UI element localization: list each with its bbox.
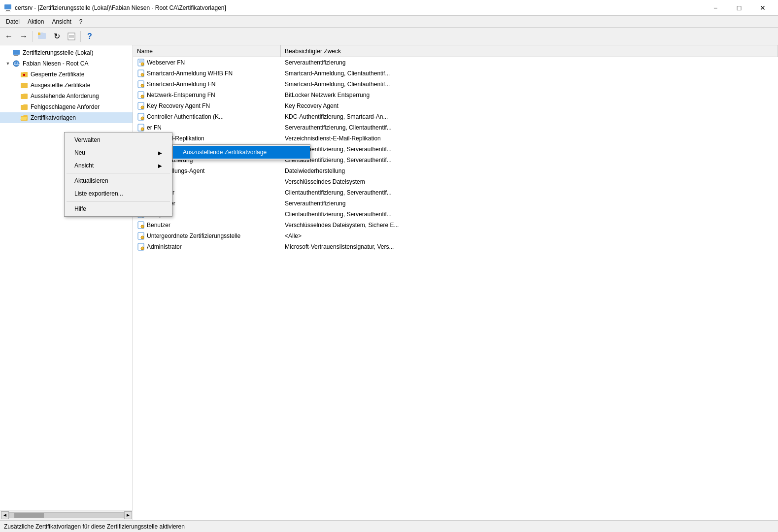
cell-name-16: Benutzer	[133, 220, 281, 231]
toolbar: ← → ↻ ?	[0, 28, 778, 45]
cell-purpose-13: Clientauthentifizierung, Serverauthentif…	[281, 187, 778, 198]
list-item[interactable]: Computer Clientauthentifizierung, Server…	[133, 209, 778, 220]
computer-icon	[12, 48, 21, 57]
tree-item-gesperrt[interactable]: Gesperrte Zertifikate	[0, 69, 133, 80]
close-button[interactable]: ✕	[751, 0, 774, 16]
list-item[interactable]: Controller Authentication (K... KDC-Auth…	[133, 111, 778, 122]
menu-bar: Datei Aktion Ansicht ?	[0, 16, 778, 28]
list-item[interactable]: Webserver FN Serverauthentifizierung	[133, 57, 778, 68]
scroll-track[interactable]	[9, 512, 124, 518]
tree-scroll-area: ◄ ►	[0, 510, 133, 520]
up-button[interactable]	[35, 30, 49, 43]
cell-name-5: Key Recovery Agent FN	[133, 100, 281, 111]
scroll-right-arrow[interactable]: ►	[124, 511, 132, 519]
ctx-aktualisieren-label: Aktualisieren	[74, 177, 108, 184]
status-bar: Zusätzliche Zertifikatvorlagen für diese…	[0, 520, 778, 532]
help-button[interactable]: ?	[83, 30, 97, 43]
svg-text:CA: CA	[14, 62, 19, 66]
cell-name-4: Netzwerk-Entsperrung FN	[133, 90, 281, 100]
svg-point-24	[141, 84, 144, 87]
list-item[interactable]: Smartcard-Anmeldung FN Smartcard-Anmeldu…	[133, 79, 778, 90]
submenu-item-auszustellende[interactable]: Auszustellende Zertifikatvorlage	[173, 146, 310, 159]
tree-panel: Zertifizierungsstelle (Lokal) ▼ CA Fabia…	[0, 45, 133, 520]
cell-purpose-7: Serverauthentifizierung, Clientauthentif…	[281, 122, 778, 133]
list-item[interactable]: Administrator Microsoft-Vertrauenslisten…	[133, 241, 778, 252]
cell-purpose-11: Dateiwiederherstellung	[281, 166, 778, 176]
svg-point-28	[141, 106, 144, 109]
toolbar-separator-2	[80, 31, 81, 42]
cert-icon-17	[137, 232, 145, 240]
cert-icon-7	[137, 124, 145, 132]
window-controls: − □ ✕	[704, 0, 774, 16]
scroll-left-arrow[interactable]: ◄	[1, 511, 9, 519]
ctx-verwalten[interactable]: Verwalten	[65, 133, 172, 146]
ctx-ansicht-arrow: ▶	[158, 163, 162, 168]
cell-name-2: Smartcard-Anmeldung WHfB FN	[133, 68, 281, 79]
tree-item-ausgestellt[interactable]: Ausgestellte Zertifikate	[0, 80, 133, 91]
maximize-button[interactable]: □	[728, 0, 750, 16]
app-icon	[4, 4, 12, 12]
minimize-button[interactable]: −	[704, 0, 727, 16]
forward-button[interactable]: →	[17, 30, 31, 43]
list-item[interactable]: ncontroller Clientauthentifizierung, Ser…	[133, 187, 778, 198]
cell-purpose-15: Clientauthentifizierung, Serverauthentif…	[281, 209, 778, 220]
list-item[interactable]: derherstellungs-Agent Dateiwiederherstel…	[133, 166, 778, 176]
svg-rect-9	[69, 37, 74, 37]
cert-icon-16	[137, 221, 145, 229]
svg-point-30	[141, 117, 144, 120]
cert-icon-2	[137, 69, 145, 77]
svg-point-54	[141, 247, 144, 250]
ctx-hilfe[interactable]: Hilfe	[65, 202, 172, 215]
tree-item-ausstehend[interactable]: Ausstehende Anforderung	[0, 91, 133, 101]
svg-point-20	[141, 63, 144, 66]
ctx-separator-2	[67, 201, 170, 201]
list-item[interactable]: er FN Serverauthentifizierung, Clientaut…	[133, 122, 778, 133]
column-header-name[interactable]: Name	[133, 45, 281, 57]
folder-open-vorlagen-icon	[20, 113, 29, 122]
tree-item-fehlgeschlagen[interactable]: Fehlgeschlagene Anforder	[0, 101, 133, 112]
list-item[interactable]: Smartcard-Anmeldung WHfB FN Smartcard-An…	[133, 68, 778, 79]
menu-ansicht[interactable]: Ansicht	[48, 16, 75, 27]
folder-ausgestellt-icon	[20, 81, 29, 90]
cell-name-17: Untergeordnete Zertifizierungsstelle	[133, 231, 281, 241]
tree-label-ausgestellt: Ausgestellte Zertifikate	[31, 82, 90, 89]
tree-item-ca[interactable]: ▼ CA Fabian Niesen - Root CA	[0, 58, 133, 69]
tree-expand-root	[4, 49, 12, 57]
refresh-button[interactable]: ↻	[50, 30, 64, 43]
status-text: Zusätzliche Zertifikatvorlagen für diese…	[4, 523, 185, 530]
list-item[interactable]: Webserver Serverauthentifizierung	[133, 198, 778, 209]
cert-icon-6	[137, 113, 145, 121]
tree-item-root[interactable]: Zertifizierungsstelle (Lokal)	[0, 47, 133, 58]
menu-datei[interactable]: Datei	[2, 16, 24, 27]
back-button[interactable]: ←	[2, 30, 16, 43]
menu-help[interactable]: ?	[75, 16, 87, 27]
cell-purpose-9: Clientauthentifizierung, Serverauthentif…	[281, 144, 778, 155]
ctx-aktualisieren[interactable]: Aktualisieren	[65, 174, 172, 187]
cert-icon-18	[137, 243, 145, 251]
list-item[interactable]: S Verschlüsselndes Dateisystem	[133, 176, 778, 187]
cell-purpose-1: Serverauthentifizierung	[281, 57, 778, 68]
list-header: Name Beabsichtigter Zweck	[133, 45, 778, 57]
cell-name-7: er FN	[133, 122, 281, 133]
column-header-purpose[interactable]: Beabsichtigter Zweck	[281, 45, 778, 57]
list-item[interactable]: Untergeordnete Zertifizierungsstelle <Al…	[133, 231, 778, 241]
svg-rect-10	[13, 50, 20, 55]
svg-rect-0	[4, 4, 11, 9]
list-item[interactable]: Key Recovery Agent FN Key Recovery Agent	[133, 100, 778, 111]
tree-expand-fehlgeschlagen	[12, 103, 20, 111]
list-item[interactable]: Benutzer Verschlüsselndes Dateisystem, S…	[133, 220, 778, 231]
list-item[interactable]: Netzwerk-Entsperrung FN BitLocker Netzwe…	[133, 90, 778, 100]
export-button[interactable]	[65, 30, 78, 43]
ctx-ansicht[interactable]: Ansicht ▶	[65, 159, 172, 172]
scroll-thumb[interactable]	[14, 513, 44, 518]
svg-point-22	[141, 73, 144, 76]
tree-item-vorlagen[interactable]: Zertifikatvorlagen	[0, 112, 133, 123]
ctx-neu[interactable]: Neu ▶	[65, 146, 172, 159]
svg-rect-2	[5, 11, 11, 11]
list-item[interactable]: nis-E-Mail-Replikation Verzeichnisdienst…	[133, 133, 778, 144]
svg-rect-12	[13, 56, 19, 56]
ctx-exportieren[interactable]: Liste exportieren...	[65, 187, 172, 200]
content-panel: Name Beabsichtigter Zweck We	[133, 45, 778, 520]
menu-aktion[interactable]: Aktion	[24, 16, 48, 27]
title-bar: certsrv - [Zertifizierungsstelle (Lokal)…	[0, 0, 778, 16]
